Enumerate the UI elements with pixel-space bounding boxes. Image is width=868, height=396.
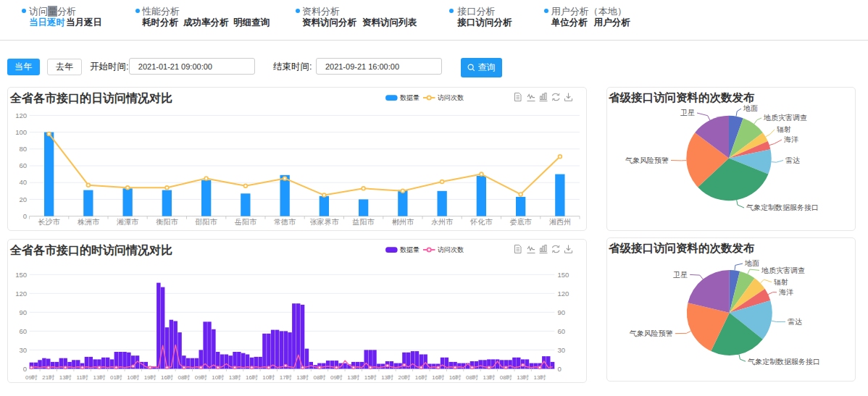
svg-text:地面: 地面	[743, 104, 758, 112]
svg-text:全省各市接口的时访问情况对比: 全省各市接口的时访问情况对比	[9, 243, 172, 256]
svg-text:09时: 09时	[330, 374, 342, 381]
svg-text:13时: 13时	[533, 374, 546, 381]
svg-text:气象定制数据服务接口: 气象定制数据服务接口	[748, 358, 820, 366]
svg-text:40: 40	[19, 178, 27, 186]
svg-text:08时: 08时	[499, 374, 512, 381]
svg-text:10时: 10时	[127, 374, 139, 381]
svg-text:长沙市: 长沙市	[38, 218, 60, 226]
svg-text:雷达: 雷达	[788, 318, 802, 326]
svg-text:气象定制数据服务接口: 气象定制数据服务接口	[746, 203, 819, 211]
svg-text:16时: 16时	[246, 374, 258, 381]
svg-text:21时: 21时	[42, 374, 54, 381]
svg-text:数据量: 数据量	[400, 246, 420, 253]
svg-text:80: 80	[19, 145, 27, 153]
svg-text:150: 150	[557, 271, 569, 279]
svg-text:10时: 10时	[262, 374, 275, 381]
svg-text:15时: 15时	[364, 374, 376, 381]
svg-text:19时: 19时	[143, 374, 156, 381]
svg-text:08时: 08时	[178, 374, 190, 381]
svg-text:13时: 13时	[93, 374, 105, 381]
svg-text:120: 120	[15, 111, 27, 119]
svg-text:08时: 08时	[313, 374, 325, 381]
svg-text:气象风险预警: 气象风险预警	[630, 329, 673, 337]
svg-text:13时: 13时	[296, 374, 309, 381]
svg-text:11时: 11时	[76, 374, 88, 381]
svg-text:娄底市: 娄底市	[509, 218, 532, 226]
svg-text:16时: 16时	[448, 374, 461, 381]
svg-text:150: 150	[15, 271, 27, 279]
svg-text:海洋: 海洋	[784, 135, 798, 143]
svg-text:雷达: 雷达	[785, 156, 800, 164]
svg-text:60: 60	[19, 327, 27, 335]
svg-text:60: 60	[19, 161, 27, 169]
svg-text:辐射: 辐射	[777, 125, 791, 133]
svg-text:湘潭市: 湘潭市	[117, 218, 139, 226]
svg-text:永州市: 永州市	[431, 218, 454, 226]
svg-text:辐射: 辐射	[774, 278, 788, 286]
svg-text:卫星: 卫星	[673, 271, 688, 279]
svg-text:邵阳市: 邵阳市	[195, 218, 217, 226]
svg-text:地质灾害调查: 地质灾害调查	[761, 266, 805, 274]
svg-text:株洲市: 株洲市	[76, 218, 99, 226]
svg-text:60: 60	[557, 327, 565, 335]
svg-text:09时: 09时	[194, 374, 206, 381]
svg-text:访问次数: 访问次数	[437, 246, 464, 253]
svg-text:20时: 20时	[398, 374, 410, 381]
svg-text:湘西州: 湘西州	[548, 218, 570, 226]
svg-text:0: 0	[557, 365, 561, 373]
svg-text:01时: 01时	[109, 374, 122, 381]
svg-text:16时: 16时	[414, 374, 427, 381]
svg-text:90: 90	[557, 308, 565, 316]
svg-text:10时: 10时	[212, 374, 224, 381]
svg-text:省级接口访问资料的次数发布: 省级接口访问资料的次数发布	[608, 91, 755, 104]
svg-text:卫星: 卫星	[680, 109, 695, 117]
svg-text:0: 0	[22, 365, 26, 373]
svg-text:省级接口访问资料的次数发布: 省级接口访问资料的次数发布	[608, 242, 755, 254]
svg-text:0: 0	[22, 212, 26, 220]
svg-text:20: 20	[19, 195, 27, 203]
svg-text:13时: 13时	[228, 374, 241, 381]
svg-text:益阳市: 益阳市	[352, 218, 375, 226]
svg-text:海洋: 海洋	[779, 288, 793, 296]
svg-text:岳阳市: 岳阳市	[233, 218, 256, 226]
svg-text:13时: 13时	[59, 374, 71, 381]
svg-text:13时: 13时	[381, 374, 393, 381]
svg-text:常德市: 常德市	[274, 218, 296, 226]
svg-text:衡阳市: 衡阳市	[155, 218, 178, 226]
svg-text:120: 120	[557, 290, 569, 298]
svg-text:访问次数: 访问次数	[437, 94, 464, 101]
svg-text:09时: 09时	[25, 374, 37, 381]
svg-text:地面: 地面	[744, 259, 759, 267]
svg-text:13时: 13时	[347, 374, 359, 381]
svg-text:100: 100	[15, 128, 27, 136]
svg-text:13时: 13时	[483, 374, 495, 381]
svg-text:张家界市: 张家界市	[309, 218, 339, 226]
svg-text:全省各市接口的日访问情况对比: 全省各市接口的日访问情况对比	[9, 91, 172, 104]
svg-text:30: 30	[19, 346, 27, 354]
svg-text:120: 120	[15, 290, 27, 298]
svg-text:气象风险预警: 气象风险预警	[625, 156, 669, 164]
svg-text:17时: 17时	[279, 374, 291, 381]
svg-text:数据量: 数据量	[400, 94, 420, 101]
svg-text:16时: 16时	[161, 374, 173, 381]
svg-text:08时: 08时	[466, 374, 478, 381]
svg-text:30: 30	[557, 346, 565, 354]
svg-text:16时: 16时	[432, 374, 444, 381]
svg-text:地质灾害调查: 地质灾害调查	[763, 114, 807, 122]
svg-text:90: 90	[19, 308, 27, 316]
svg-text:怀化市: 怀化市	[470, 218, 493, 226]
svg-text:13时: 13时	[517, 374, 529, 381]
svg-text:郴州市: 郴州市	[391, 218, 414, 226]
